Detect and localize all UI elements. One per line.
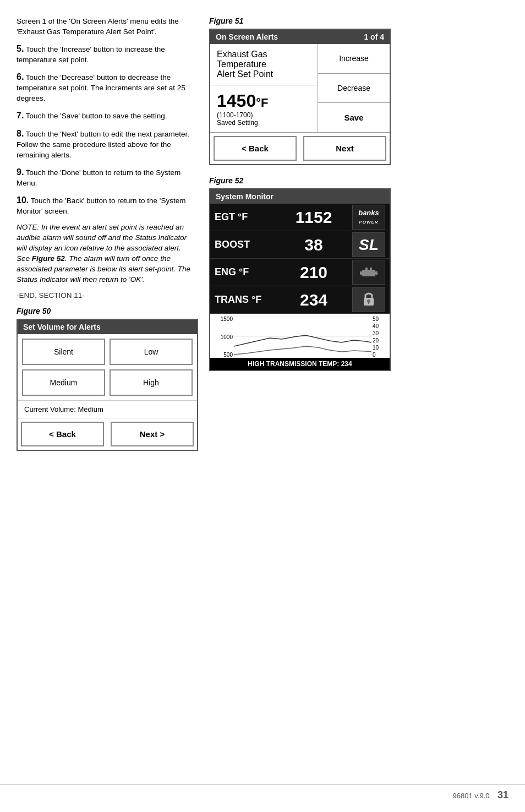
bottom-line: [0, 784, 525, 784]
step8-num: 8.: [17, 129, 24, 138]
fig51-next-button[interactable]: Next: [303, 136, 386, 161]
y-right-0: 0: [373, 352, 376, 358]
temp-big-value: 1450: [217, 91, 256, 111]
fig51-widget: On Screen Alerts 1 of 4 Exhaust Gas Temp…: [209, 29, 391, 165]
fig52-data-rows: EGT °F 1152 banksPOWER BOOST 38 SL: [210, 204, 390, 314]
step10-body: Touch the 'Back' button to return to the…: [17, 197, 185, 215]
eng-row: ENG °F 210: [210, 259, 390, 286]
step10-num: 10.: [17, 195, 29, 205]
y-right-40: 40: [373, 323, 379, 329]
y-right-30: 30: [373, 330, 379, 336]
step8-body: Touch the 'Next' button to edit the next…: [17, 130, 189, 159]
medium-button[interactable]: Medium: [22, 369, 105, 396]
step6-body: Touch the 'Decrease' button to decrease …: [17, 73, 185, 102]
fig51-main-right: Increase Decrease Save: [318, 44, 390, 132]
y-left-top: 1500: [221, 316, 233, 322]
fig51-section: Figure 51 On Screen Alerts 1 of 4 Exhaus…: [209, 17, 508, 165]
trans-label: TRANS °F: [215, 294, 275, 306]
y-right-20: 20: [373, 337, 379, 344]
fig52-chart: 1500 1000 500: [210, 314, 390, 358]
footer-code: 96801 v.9.0: [453, 792, 490, 800]
fig50-header-title: Set Volume for Alerts: [23, 323, 101, 331]
step7-text: 7. Touch the 'Save' button to save the s…: [17, 110, 193, 122]
chart-svg-area: [234, 316, 371, 358]
step9-text: 9. Touch the 'Done' button to return to …: [17, 166, 193, 189]
engine-icon: [352, 260, 385, 285]
svg-rect-7: [368, 301, 369, 304]
y-right-10: 10: [373, 345, 379, 351]
figure52-ref: Figure 52: [32, 254, 65, 263]
fig52-section: Figure 52 System Monitor EGT °F 1152 ban…: [209, 176, 508, 371]
svg-rect-0: [362, 270, 375, 276]
chart-y-left-axis: 1500 1000 500: [215, 316, 234, 358]
temp-value-row: 1450°F: [217, 91, 311, 111]
sl-icon: SL: [352, 232, 385, 257]
step9-body: Touch the 'Done' button to return to the…: [17, 168, 181, 187]
decrease-label: Decrease: [337, 84, 370, 92]
svg-rect-2: [375, 271, 378, 275]
fig50-button-grid: Silent Low Medium High: [18, 334, 197, 400]
section-end: -END, SECTION 11-: [17, 291, 193, 301]
increase-label: Increase: [339, 54, 369, 63]
current-volume-text: Current Volume: Medium: [18, 400, 197, 418]
temp-unit: °F: [256, 96, 268, 110]
fig50-header: Set Volume for Alerts: [18, 320, 197, 334]
silent-button[interactable]: Silent: [22, 339, 105, 365]
fig51-page-indicator: 1 of 4: [364, 32, 384, 41]
fig51-nav: < Back Next: [210, 132, 390, 164]
fig51-main-left: Exhaust Gas Temperature Alert Set Point …: [210, 44, 318, 132]
fig52-label: Figure 52: [209, 176, 508, 185]
trans-row: TRANS °F 234: [210, 286, 390, 314]
chart-y-right-axis: 50 40 30 20 10 0: [371, 316, 385, 358]
svg-rect-1: [360, 271, 362, 275]
step5-body: Touch the 'Increase' button to increase …: [17, 45, 165, 64]
alert-line3: Alert Set Point: [217, 69, 311, 79]
fig51-header-title: On Screen Alerts: [216, 32, 278, 41]
save-button[interactable]: Save: [318, 103, 390, 132]
fig50-nav: < Back Next >: [18, 418, 197, 450]
step9-num: 9.: [17, 167, 24, 177]
page-footer: 96801 v.9.0 31: [453, 789, 508, 801]
fig50-back-button[interactable]: < Back: [21, 422, 104, 446]
low-button[interactable]: Low: [110, 339, 193, 365]
temp-range: (1100-1700): [217, 111, 311, 119]
step8-text: 8. Touch the 'Next' button to edit the n…: [17, 128, 193, 161]
egt-row: EGT °F 1152 banksPOWER: [210, 204, 390, 231]
decrease-button[interactable]: Decrease: [318, 74, 390, 103]
fig50-next-button[interactable]: Next >: [111, 422, 194, 446]
step6-num: 6.: [17, 72, 24, 81]
trans-value: 234: [275, 291, 352, 309]
save-label: Save: [344, 113, 363, 122]
fig51-alert-label: Exhaust Gas Temperature Alert Set Point: [210, 44, 318, 85]
step7-body: Touch the 'Save' button to save the sett…: [26, 112, 167, 120]
egt-value: 1152: [275, 208, 352, 227]
note-text: NOTE: In the event an alert set point is…: [17, 222, 193, 285]
step5-num: 5.: [17, 44, 24, 53]
eng-value: 210: [275, 263, 352, 282]
eng-label: ENG °F: [215, 266, 275, 278]
fig51-back-button[interactable]: < Back: [214, 136, 297, 161]
fig51-temp-display: 1450°F (1100-1700) Saved Setting: [210, 85, 318, 132]
increase-button[interactable]: Increase: [318, 44, 390, 74]
lock-icon: [352, 287, 385, 312]
fig51-header: On Screen Alerts 1 of 4: [210, 30, 390, 44]
step10-text: 10. Touch the 'Back' button to return to…: [17, 194, 193, 217]
step7-num: 7.: [17, 111, 24, 120]
step6-text: 6. Touch the 'Decrease' button to decrea…: [17, 71, 193, 104]
y-left-bot: 500: [223, 352, 233, 358]
fig52-header: System Monitor: [210, 189, 390, 204]
svg-rect-3: [365, 268, 368, 270]
y-left-mid: 1000: [221, 334, 233, 340]
high-button[interactable]: High: [110, 369, 193, 396]
boost-row: BOOST 38 SL: [210, 231, 390, 259]
svg-rect-4: [370, 268, 372, 270]
right-column: Figure 51 On Screen Alerts 1 of 4 Exhaus…: [209, 17, 508, 451]
egt-label: EGT °F: [215, 211, 275, 223]
left-column: Screen 1 of the 'On Screen Alerts' menu …: [17, 17, 193, 451]
fig50-widget: Set Volume for Alerts Silent Low Medium …: [17, 319, 198, 451]
alert-line2: Temperature: [217, 59, 311, 69]
fig51-label: Figure 51: [209, 17, 508, 25]
fig50-label: Figure 50: [17, 307, 193, 315]
alert-line1: Exhaust Gas: [217, 50, 311, 59]
y-right-50: 50: [373, 316, 379, 322]
